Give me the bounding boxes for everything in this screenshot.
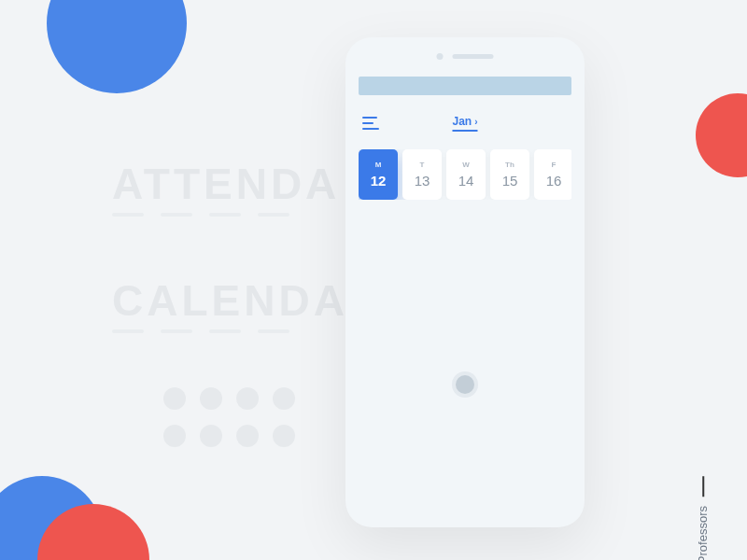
bg-dots-row-2	[163, 425, 295, 447]
app-header-bar	[359, 77, 571, 95]
date-day-label: T	[420, 161, 425, 169]
bg-dots-row-1	[163, 387, 295, 410]
date-number: 12	[371, 173, 387, 189]
nav-row: Jan ›	[359, 114, 571, 133]
phone-hardware	[437, 53, 494, 60]
phone-screen: Jan › M 12 T 13 W 14 Th 15 F 16	[359, 77, 571, 514]
month-selector[interactable]: Jan ›	[452, 115, 477, 132]
date-day-label: M	[375, 161, 382, 169]
date-card[interactable]: Th 15	[490, 149, 529, 200]
month-label-text: Jan	[452, 115, 472, 128]
date-number: 13	[415, 173, 430, 189]
date-number: 16	[546, 173, 562, 189]
date-day-label: Th	[505, 161, 514, 169]
phone-mockup: Jan › M 12 T 13 W 14 Th 15 F 16	[345, 37, 585, 527]
date-strip[interactable]: M 12 T 13 W 14 Th 15 F 16 S	[359, 149, 571, 200]
side-underline	[702, 476, 704, 497]
bg-dashes-2	[112, 329, 289, 333]
bg-title-attendance: ATTENDA	[112, 159, 340, 209]
chevron-right-icon: ›	[474, 117, 477, 127]
side-caption: For Professors	[696, 476, 710, 560]
date-day-label: F	[552, 161, 557, 169]
menu-icon[interactable]	[362, 117, 379, 130]
date-day-label: W	[462, 161, 470, 169]
date-card[interactable]: W 14	[446, 149, 486, 200]
date-card[interactable]: F 16	[534, 149, 571, 200]
bg-title-calendar: CALENDA	[112, 275, 348, 326]
bg-dashes-1	[112, 213, 289, 217]
loading-indicator-icon	[456, 375, 474, 394]
date-number: 14	[458, 173, 474, 189]
side-caption-text: For Professors	[696, 506, 710, 560]
date-card[interactable]: T 13	[402, 149, 442, 200]
decor-circle-red-top	[696, 93, 747, 177]
date-number: 15	[502, 173, 518, 189]
date-card-selected[interactable]: M 12	[359, 149, 398, 200]
decor-circle-blue-top	[47, 0, 187, 93]
